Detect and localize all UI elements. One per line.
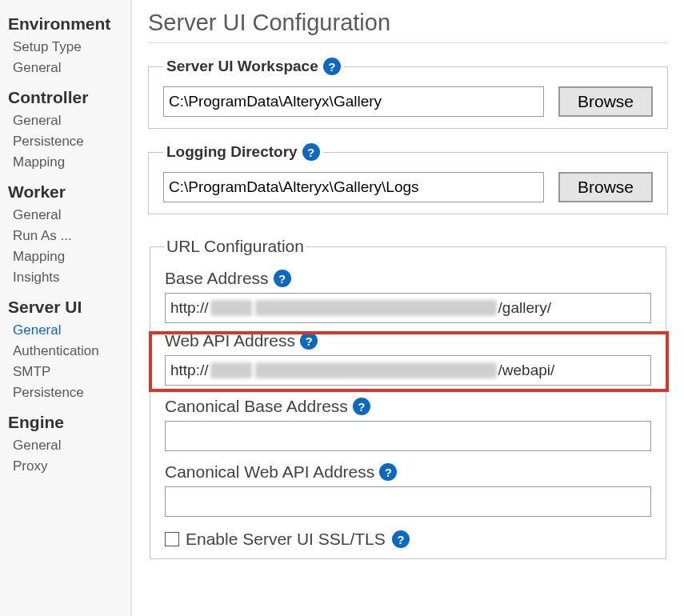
nav-item[interactable]: Insights [0, 267, 130, 288]
url-config-legend: URL Configuration [165, 237, 306, 256]
help-icon[interactable]: ? [302, 143, 320, 161]
nav-group-title: Controller [0, 78, 130, 110]
nav-group-title: Worker [0, 173, 130, 205]
canonical-base-label: Canonical Base Address [165, 397, 348, 416]
sidebar: EnvironmentSetup TypeGeneralControllerGe… [0, 0, 132, 616]
logging-legend: Logging Directory [166, 143, 298, 161]
nav-item[interactable]: Run As ... [0, 226, 130, 246]
redacted-text [255, 300, 497, 316]
help-icon[interactable]: ? [353, 398, 370, 415]
web-api-suffix: /webapi/ [498, 362, 555, 379]
web-api-prefix: http:// [170, 362, 209, 379]
nav-item[interactable]: Persistence [0, 131, 130, 152]
canonical-webapi-label: Canonical Web API Address [165, 462, 374, 482]
base-address-prefix: http:// [170, 299, 209, 317]
workspace-legend: Server UI Workspace [166, 58, 318, 75]
main-panel: Server UI Configuration Server UI Worksp… [132, 0, 684, 616]
canonical-base-input[interactable] [165, 421, 651, 451]
nav-item[interactable]: General [0, 435, 130, 456]
browse-button[interactable]: Browse [558, 86, 653, 117]
help-icon[interactable]: ? [274, 270, 291, 287]
nav-item[interactable]: Proxy [0, 456, 130, 477]
workspace-fieldset: Server UI Workspace ? Browse [148, 58, 668, 129]
web-api-address-label: Web API Address [165, 331, 295, 350]
nav-group-title: Server UI [0, 288, 130, 320]
help-icon[interactable]: ? [323, 58, 341, 75]
logging-fieldset: Logging Directory ? Browse [148, 143, 668, 214]
workspace-input[interactable] [163, 86, 544, 117]
redacted-text [255, 362, 497, 378]
base-address-suffix: /gallery/ [498, 299, 552, 317]
nav-item[interactable]: General [0, 205, 130, 226]
logging-input[interactable] [163, 172, 544, 202]
nav-item[interactable]: General [0, 58, 130, 78]
browse-button[interactable]: Browse [558, 172, 653, 202]
web-api-address-input[interactable]: http:// /webapi/ [165, 355, 651, 386]
redacted-text [210, 362, 252, 378]
nav-item[interactable]: Persistence [0, 382, 130, 403]
nav-item[interactable]: General [0, 320, 130, 341]
canonical-webapi-input[interactable] [165, 486, 651, 517]
nav-group-title: Engine [0, 403, 130, 435]
nav-item[interactable]: Authentication [0, 341, 130, 362]
url-config-fieldset: URL Configuration Base Address ? http://… [150, 237, 666, 559]
nav-item[interactable]: Mapping [0, 152, 130, 173]
help-icon[interactable]: ? [392, 530, 410, 548]
help-icon[interactable]: ? [379, 463, 397, 481]
nav-item[interactable]: Setup Type [0, 37, 130, 58]
nav-item[interactable]: Mapping [0, 246, 130, 267]
nav-item[interactable]: SMTP [0, 362, 130, 382]
help-icon[interactable]: ? [300, 332, 318, 350]
redacted-text [210, 300, 252, 316]
nav-item[interactable]: General [0, 110, 130, 131]
base-address-input[interactable]: http:// /gallery/ [165, 293, 651, 323]
nav-group-title: Environment [0, 5, 130, 37]
base-address-label: Base Address [165, 269, 269, 288]
ssl-label: Enable Server UI SSL/TLS [186, 530, 386, 549]
page-title: Server UI Configuration [148, 10, 668, 43]
ssl-checkbox[interactable] [165, 532, 179, 546]
